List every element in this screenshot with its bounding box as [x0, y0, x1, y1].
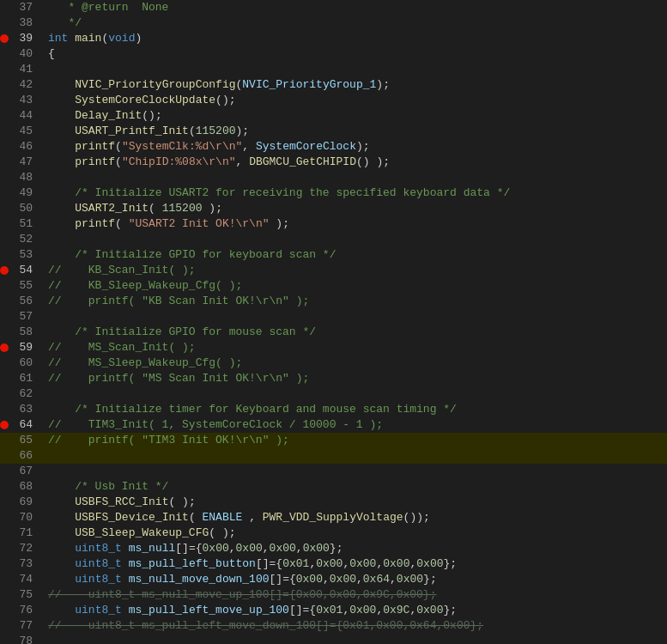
line-number: 42	[0, 77, 39, 93]
code-line: 73 uint8_t ms_pull_left_button[]={0x01,0…	[0, 556, 667, 572]
code-line: 38 */	[0, 15, 667, 31]
line-number: 41	[0, 62, 39, 77]
line-number: 40	[0, 46, 39, 62]
code-content: // uint8_t ms_null_move_up_100[]={0x00,0…	[39, 587, 667, 603]
line-number: 44	[0, 108, 39, 124]
line-number: 53	[0, 247, 39, 263]
code-content	[39, 309, 667, 325]
code-content: // MS_Scan_Init( );	[39, 340, 667, 355]
code-content: uint8_t ms_pull_left_move_up_100[]={0x01…	[39, 603, 667, 618]
line-number: 70	[0, 510, 39, 526]
code-content: printf("ChipID:%08x\r\n", DBGMCU_GetCHIP…	[39, 155, 667, 170]
code-content: /* Initialize GPIO for mouse scan */	[39, 325, 667, 340]
code-line: 52	[0, 232, 667, 247]
code-line: 45 USART_Printf_Init(115200);	[0, 124, 667, 139]
code-line: 44 Delay_Init();	[0, 108, 667, 124]
line-number: 54	[0, 263, 39, 278]
line-number: 76	[0, 603, 39, 618]
code-line: 75// uint8_t ms_null_move_up_100[]={0x00…	[0, 587, 667, 603]
code-line: 63 /* Initialize timer for Keyboard and …	[0, 402, 667, 417]
code-content: /* Initialize timer for Keyboard and mou…	[39, 402, 667, 417]
code-line: 66	[0, 448, 667, 464]
line-number: 69	[0, 495, 39, 510]
code-content	[39, 634, 667, 644]
code-line: 51 printf( "USART2 Init OK!\r\n" );	[0, 216, 667, 232]
code-line: 39int main(void)	[0, 31, 667, 46]
code-content: // printf( "KB Scan Init OK!\r\n" );	[39, 294, 667, 309]
code-content	[39, 170, 667, 185]
code-line: 68 /* Usb Init */	[0, 479, 667, 495]
code-line: 72 uint8_t ms_null[]={0x00,0x00,0x00,0x0…	[0, 541, 667, 556]
code-line: 64// TIM3_Init( 1, SystemCoreClock / 100…	[0, 417, 667, 433]
code-line: 59// MS_Scan_Init( );	[0, 340, 667, 355]
line-number: 56	[0, 294, 39, 309]
line-number: 71	[0, 526, 39, 541]
line-number: 39	[0, 31, 39, 46]
code-content: // KB_Sleep_Wakeup_Cfg( );	[39, 278, 667, 294]
line-number: 72	[0, 541, 39, 556]
code-content: // MS_Sleep_Wakeup_Cfg( );	[39, 355, 667, 371]
code-content: int main(void)	[39, 31, 667, 46]
code-content	[39, 62, 667, 77]
code-line: 53 /* Initialize GPIO for keyboard scan …	[0, 247, 667, 263]
code-content: USART2_Init( 115200 );	[39, 201, 667, 216]
line-number: 74	[0, 572, 39, 587]
code-content: /* Initialize USART2 for receiving the s…	[39, 185, 667, 201]
code-editor: 37 * @return None38 */39int main(void)40…	[0, 0, 667, 644]
line-number: 50	[0, 201, 39, 216]
code-line: 58 /* Initialize GPIO for mouse scan */	[0, 325, 667, 340]
line-number: 46	[0, 139, 39, 155]
code-line: 55// KB_Sleep_Wakeup_Cfg( );	[0, 278, 667, 294]
code-content: SystemCoreClockUpdate();	[39, 93, 667, 108]
code-content	[39, 386, 667, 402]
code-content: uint8_t ms_pull_left_button[]={0x01,0x00…	[39, 556, 667, 572]
code-line: 46 printf("SystemClk:%d\r\n", SystemCore…	[0, 139, 667, 155]
code-content	[39, 448, 667, 464]
line-number: 55	[0, 278, 39, 294]
code-line: 48	[0, 170, 667, 185]
code-line: 70 USBFS_Device_Init( ENABLE , PWR_VDD_S…	[0, 510, 667, 526]
code-content: uint8_t ms_null_move_down_100[]={0x00,0x…	[39, 572, 667, 587]
line-number: 58	[0, 325, 39, 340]
code-content: // printf( "MS Scan Init OK!\r\n" );	[39, 371, 667, 386]
code-content: // printf( "TIM3 Init OK!\r\n" );	[39, 433, 667, 448]
code-line: 71 USB_Sleep_Wakeup_CFG( );	[0, 526, 667, 541]
code-line: 54// KB_Scan_Init( );	[0, 263, 667, 278]
code-content: USBFS_Device_Init( ENABLE , PWR_VDD_Supp…	[39, 510, 667, 526]
code-content: /* Usb Init */	[39, 479, 667, 495]
code-content: // uint8_t ms_pull_left_move_down_100[]=…	[39, 618, 667, 634]
code-line: 57	[0, 309, 667, 325]
code-line: 74 uint8_t ms_null_move_down_100[]={0x00…	[0, 572, 667, 587]
code-line: 56// printf( "KB Scan Init OK!\r\n" );	[0, 294, 667, 309]
code-content: USB_Sleep_Wakeup_CFG( );	[39, 526, 667, 541]
line-number: 61	[0, 371, 39, 386]
code-line: 37 * @return None	[0, 0, 667, 15]
code-line: 40{	[0, 46, 667, 62]
code-content: USART_Printf_Init(115200);	[39, 124, 667, 139]
code-content: */	[39, 15, 667, 31]
line-number: 47	[0, 155, 39, 170]
code-line: 67	[0, 464, 667, 479]
code-content: printf( "USART2 Init OK!\r\n" );	[39, 216, 667, 232]
line-number: 62	[0, 386, 39, 402]
line-number: 75	[0, 587, 39, 603]
code-content: * @return None	[39, 0, 667, 15]
line-number: 68	[0, 479, 39, 495]
line-number: 59	[0, 340, 39, 355]
code-content: {	[39, 46, 667, 62]
line-number: 63	[0, 402, 39, 417]
line-number: 77	[0, 618, 39, 634]
code-line: 76 uint8_t ms_pull_left_move_up_100[]={0…	[0, 603, 667, 618]
line-number: 78	[0, 634, 39, 644]
breakpoint-dot	[0, 34, 9, 43]
code-line: 65// printf( "TIM3 Init OK!\r\n" );	[0, 433, 667, 448]
code-content: // KB_Scan_Init( );	[39, 263, 667, 278]
code-line: 47 printf("ChipID:%08x\r\n", DBGMCU_GetC…	[0, 155, 667, 170]
breakpoint-dot	[0, 266, 9, 275]
code-content: uint8_t ms_null[]={0x00,0x00,0x00,0x00};	[39, 541, 667, 556]
code-content: // TIM3_Init( 1, SystemCoreClock / 10000…	[39, 417, 667, 433]
line-number: 67	[0, 464, 39, 479]
code-line: 41	[0, 62, 667, 77]
line-number: 64	[0, 417, 39, 433]
line-number: 52	[0, 232, 39, 247]
